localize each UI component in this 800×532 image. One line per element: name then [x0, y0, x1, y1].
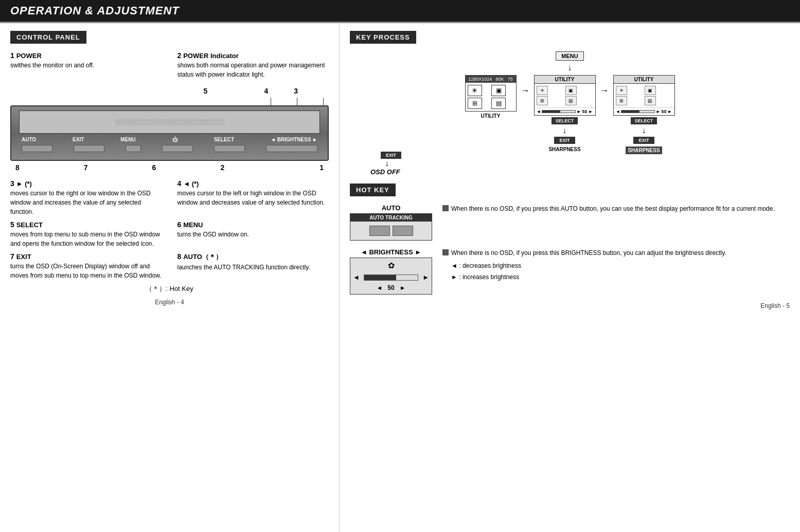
utility-col-2: UTILITY ☀ ▣ ⊞ ▤ ◄ ► 50 ►: [613, 75, 675, 154]
brightness-hints: ◄ : decreases brightness ► : increases b…: [451, 261, 790, 283]
label-3: 3: [294, 87, 298, 95]
brightness-desc: When there is no OSD, if you press this …: [442, 248, 790, 283]
brightness-number: 50: [387, 284, 394, 291]
label-5: 5: [204, 87, 208, 95]
b-right-arrow: ►: [422, 273, 429, 281]
item-3-number: 3: [10, 179, 16, 188]
item-5-number: 5: [10, 221, 16, 229]
item-4-desc: moves cursor to the left or high window …: [177, 189, 329, 207]
item-8-desc: launches the AUTO TRACKING function dire…: [177, 263, 329, 272]
btn-brightness-label: ◄ BRIGHTNESS ►: [271, 137, 317, 142]
btn-menu-label: MENU: [120, 137, 135, 142]
increases-brightness-text: ► : increases brightness: [451, 272, 790, 283]
label-8: 8: [15, 163, 20, 172]
slider-right-arrow-2: ►: [656, 109, 661, 114]
main-content: CONTROL PANEL 1 POWER swithes the monito…: [0, 23, 800, 532]
util-icon-6: ▣: [645, 86, 656, 95]
b-left-arrow: ◄: [353, 273, 360, 281]
label-7: 7: [84, 163, 88, 172]
sharpness-label-2: SHARPNESS: [626, 146, 662, 154]
menu-display-box: 1280X1024 80K 75 ☀ ▣ ⊞ ▤: [465, 75, 517, 112]
control-panel-header: CONTROL PANEL: [10, 31, 86, 44]
right-arrow-1: →: [521, 85, 530, 96]
brightness-label: ◄ BRIGHTNESS ►: [350, 248, 432, 256]
bottom-items: 3 ► (*) moves cursor to the right or low…: [10, 179, 329, 280]
item-6-number: 6: [177, 221, 184, 229]
label-4: 4: [264, 87, 268, 95]
btn-power-label: ⏻: [172, 137, 177, 142]
item-3: 3 ► (*) moves cursor to the right or low…: [10, 179, 162, 216]
footer-right: English - 5: [350, 302, 790, 309]
utility-box-1: UTILITY ☀ ▣ ⊞ ▤ ◄ ► 50 ►: [534, 75, 596, 116]
brightness-box: ✿ ◄ ► ◄ 50 ►: [350, 258, 432, 295]
icon-position: ⊞: [468, 98, 482, 109]
hot-key-auto-item: AUTO AUTO TRACKING When there is no OSD,…: [350, 204, 790, 241]
utility-title-1: UTILITY: [535, 76, 595, 84]
auto-bullet: [442, 205, 449, 211]
monitor-illustration: 5 4 3 ░░░░░░░░░░░░░░░░░░░░: [10, 87, 329, 172]
label-6: 6: [152, 163, 156, 172]
brightness-slider-row: ◄ ►: [353, 272, 429, 283]
item-1-title: POWER: [16, 52, 42, 60]
icon-contrast: ▣: [491, 85, 506, 96]
at-btn-2: [393, 226, 413, 236]
auto-tracking-title: AUTO TRACKING: [350, 214, 432, 222]
slider-right-arrow-1b: ►: [589, 109, 593, 114]
select-btn-2: SELECT: [631, 117, 657, 124]
item-7-number: 7: [10, 252, 16, 261]
utility-col-1: UTILITY ☀ ▣ ⊞ ▤ ◄ ► 50 ►: [534, 75, 596, 152]
item-3-symbol: ► (*): [16, 180, 32, 188]
select-btn-1: SELECT: [552, 117, 578, 124]
btn-exit-label: EXIT: [73, 137, 84, 142]
hot-key-section: HOT KEY AUTO AUTO TRACKING: [350, 184, 790, 295]
menu-arrow: ↓: [568, 63, 572, 72]
brightness-bar-area: ✿ ◄ ► ◄ 50 ►: [350, 258, 432, 294]
down-arrow-2: ↓: [642, 126, 646, 135]
slider-row-2: ◄ ► 50 ►: [614, 107, 674, 115]
utility-box-2: UTILITY ☀ ▣ ⊞ ▤ ◄ ► 50 ►: [613, 75, 675, 116]
page-header: OPERATION & ADJUSTMENT: [0, 0, 800, 23]
monitor-btn-4: [162, 145, 193, 152]
item-2: 2 POWER Indicator shows both normal oper…: [177, 51, 329, 79]
slider-bar-2: [621, 110, 654, 113]
util-icon-1: ☀: [537, 86, 548, 95]
utility-title-2: UTILITY: [614, 76, 674, 84]
utility-bottom-label: UTILITY: [481, 113, 501, 119]
header-title: OPERATION & ADJUSTMENT: [10, 4, 180, 17]
auto-label: AUTO: [350, 204, 432, 212]
monitor-body: ░░░░░░░░░░░░░░░░░░░░░░░░░░░░░░ AUTO EXIT…: [10, 105, 329, 161]
down-arrow-1: ↓: [563, 126, 567, 135]
label-2: 2: [220, 163, 224, 172]
auto-visual: AUTO AUTO TRACKING: [350, 204, 432, 241]
slider-left-arrow-2: ◄: [616, 109, 620, 114]
osd-off-label: OSD OFF: [370, 168, 400, 176]
item-4-symbol: ◄ (*): [183, 180, 199, 188]
monitor-buttons-row: AUTO EXIT MENU ⏻ SELECT ◄ BRIGHTNESS ►: [19, 137, 320, 142]
footer-left: English - 4: [10, 299, 329, 306]
monitor-bottom-labels: 8 7 6 2 1: [10, 163, 329, 172]
item-1-number: 1: [10, 51, 16, 60]
auto-desc: When there is no OSD, if you press this …: [442, 204, 790, 214]
label-1: 1: [319, 163, 324, 172]
item-4: 4 ◄ (*) moves cursor to the left or high…: [177, 179, 329, 216]
util-icon-5: ☀: [616, 86, 627, 95]
util-icon-8: ▤: [645, 96, 656, 105]
icon-brightness: ☀: [468, 85, 482, 96]
b-right-arrow2: ►: [400, 284, 406, 291]
icon-geometry: ▤: [491, 98, 506, 109]
resolution-text: 1280X1024: [468, 77, 492, 82]
util-icon-3: ⊞: [537, 96, 548, 105]
decreases-brightness-text: ◄ : decreases brightness: [451, 261, 790, 272]
left-panel: CONTROL PANEL 1 POWER swithes the monito…: [0, 23, 340, 532]
monitor-screen: ░░░░░░░░░░░░░░░░░░░░░░░░░░░░░░: [19, 111, 320, 134]
item-7-desc: turns the OSD (On-Screen Display) window…: [10, 262, 162, 280]
slider-bar-1: [542, 110, 575, 113]
brightness-visual: ◄ BRIGHTNESS ► ✿ ◄ ►: [350, 248, 432, 295]
utility-icons-2: ☀ ▣ ⊞ ▤: [614, 84, 674, 107]
auto-tracking-buttons: [350, 222, 432, 240]
exit-btn-1: EXIT: [554, 137, 575, 144]
physical-buttons: [19, 143, 320, 154]
brightness-value-row: ◄ 50 ►: [353, 284, 429, 291]
right-panel: KEY PROCESS MENU ↓ 1280X1024 80K 75: [340, 23, 800, 532]
hot-key-note: （＊）: Hot Key: [10, 284, 329, 293]
